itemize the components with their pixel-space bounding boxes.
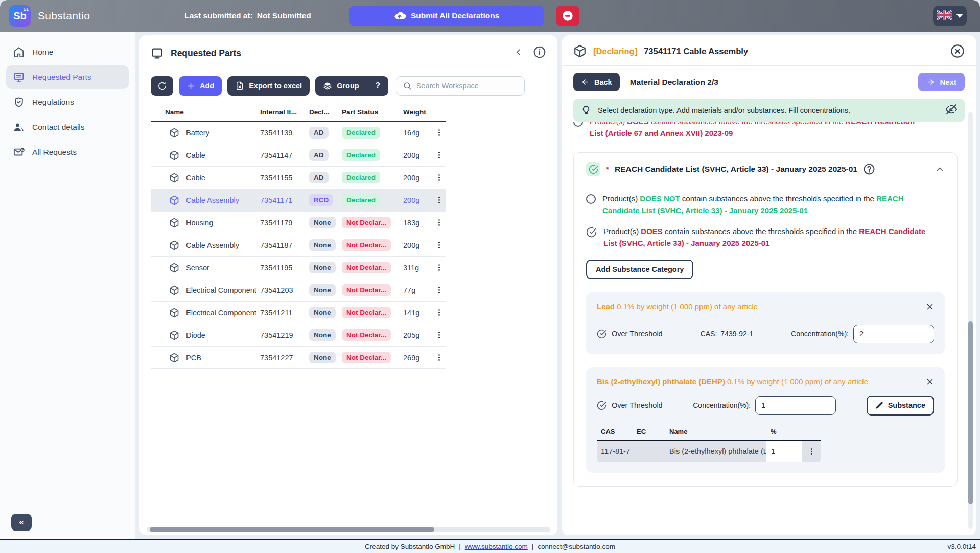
search-workspace <box>396 76 525 96</box>
row-menu-kebab-icon[interactable] <box>432 263 446 272</box>
sidebar-item-regulations[interactable]: Regulations <box>6 90 129 114</box>
pencil-icon <box>875 401 883 409</box>
row-menu-kebab-icon[interactable] <box>432 241 446 249</box>
sidebar-item-label: Requested Parts <box>32 73 91 82</box>
candidate-option-does-not[interactable]: Product(s) DOES NOT contain substances a… <box>586 193 939 216</box>
internal-item: 73541203 <box>260 279 309 302</box>
row-menu-kebab-icon[interactable] <box>432 218 446 227</box>
remove-substance-x-icon[interactable] <box>926 376 934 386</box>
option-text: contain substances above the thresholds … <box>680 194 876 203</box>
stop-button[interactable] <box>556 6 579 26</box>
decl-badge: AD <box>309 172 329 183</box>
sidebar-item-home[interactable]: Home <box>6 40 129 64</box>
sidebar-item-contact-details[interactable]: Contact details <box>6 116 129 139</box>
sidebar-item-label: Contact details <box>32 123 85 132</box>
app-name: Substantio <box>38 10 90 22</box>
option-text: Product(s) <box>603 227 641 236</box>
next-button[interactable]: Next <box>918 73 965 91</box>
option-text: Product(s) <box>602 194 640 203</box>
table-row[interactable]: Cable 73541155 AD Declared 200g <box>151 167 446 189</box>
vertical-scrollbar-thumb[interactable] <box>968 321 973 504</box>
status-badge: Not Declar... <box>342 329 391 341</box>
group-button[interactable]: Group <box>315 76 367 96</box>
table-row[interactable]: Housing 73541179 None Not Declar... 183g <box>151 212 446 234</box>
substance-row: 117-81-7 Bis (2-ethylhexyl) phthalate (D… <box>597 441 821 462</box>
sidebar-item-label: All Requests <box>32 148 77 157</box>
export-to-excel-button[interactable]: Export to excel <box>227 76 310 96</box>
sidebar-item-requested-parts[interactable]: Requested Parts <box>6 65 129 89</box>
decl-badge: None <box>309 262 336 273</box>
collapse-panel-chevron-left-icon[interactable] <box>514 47 524 59</box>
part-name: Electrical Component <box>186 286 256 294</box>
percent-input[interactable] <box>766 441 802 462</box>
table-row[interactable]: Diode 73541219 None Not Declar... 205g <box>151 324 446 347</box>
concentration-input[interactable] <box>853 325 934 343</box>
search-input[interactable] <box>416 82 518 90</box>
collapse-section-chevron-up-icon[interactable] <box>935 164 945 174</box>
sidebar-item-all-requests[interactable]: All Requests <box>6 141 129 164</box>
row-menu-kebab-icon[interactable] <box>432 128 446 137</box>
internal-item: 73541147 <box>260 144 309 167</box>
horizontal-scrollbar[interactable] <box>147 527 550 532</box>
cas-value: 7439-92-1 <box>720 330 753 338</box>
info-icon[interactable] <box>533 45 546 61</box>
row-menu-kebab-icon[interactable] <box>432 173 446 182</box>
box-icon <box>169 330 179 340</box>
refresh-button[interactable] <box>151 76 173 96</box>
table-row[interactable]: Cable Assembly 73541187 None Not Declar.… <box>151 234 446 257</box>
over-threshold[interactable]: Over Threshold <box>597 401 663 410</box>
radio-unchecked-icon[interactable] <box>586 194 596 204</box>
table-row[interactable]: Sensor 73541195 None Not Declar... 311g <box>151 257 446 279</box>
eye-off-icon[interactable] <box>946 104 957 117</box>
option-text: contain substances above the thresholds … <box>649 122 845 126</box>
sidebar-collapse-button[interactable]: « <box>11 514 32 531</box>
close-panel-x-circle-icon[interactable] <box>950 44 965 58</box>
back-button[interactable]: Back <box>573 73 620 91</box>
table-row[interactable]: Cable 73541147 AD Declared 200g <box>151 144 446 167</box>
footer-website-link[interactable]: www.substantio.com <box>465 543 528 550</box>
over-threshold[interactable]: Over Threshold <box>597 329 663 339</box>
row-menu-kebab-icon[interactable] <box>432 196 446 204</box>
substance-row-menu-kebab-icon[interactable] <box>806 447 816 456</box>
candidate-option-does[interactable]: Product(s) DOES contain substances above… <box>586 226 939 249</box>
internal-item: 73541187 <box>260 234 309 257</box>
part-name: Cable <box>186 151 205 159</box>
footer: Created by Substantio GmbH | www.substan… <box>0 539 980 553</box>
row-menu-kebab-icon[interactable] <box>432 286 446 294</box>
row-menu-kebab-icon[interactable] <box>432 151 446 159</box>
question-circle-icon[interactable] <box>863 163 875 175</box>
table-row[interactable]: Electrical Component 73541203 None Not D… <box>151 279 446 302</box>
status-badge: Not Declar... <box>342 307 391 318</box>
footer-separator: | <box>459 543 461 550</box>
excel-file-icon <box>235 81 244 90</box>
decl-badge: None <box>309 217 336 228</box>
concentration-input[interactable] <box>755 396 836 415</box>
table-row[interactable]: PCB 73541227 None Not Declar... 269g <box>151 347 446 369</box>
remove-substance-x-icon[interactable] <box>926 301 934 311</box>
option-text: DOES <box>641 227 663 236</box>
radio-checked-icon[interactable] <box>586 227 597 241</box>
restriction-option[interactable]: Product(s) DOES contain substances above… <box>573 122 926 139</box>
submit-all-declarations-button[interactable]: Submit All Declarations <box>349 6 544 26</box>
table-row[interactable]: Battery 73541139 AD Declared 164g <box>151 122 446 144</box>
help-button[interactable]: ? <box>367 76 388 96</box>
internal-item: 73541171 <box>260 189 309 212</box>
table-row-selected[interactable]: Cable Assembly 73541171 RCD Declared 200… <box>151 189 446 212</box>
box-icon <box>169 218 179 228</box>
language-selector[interactable] <box>933 6 967 26</box>
radio-unchecked-icon[interactable] <box>573 122 583 127</box>
substance-button[interactable]: Substance <box>867 396 934 416</box>
row-menu-kebab-icon[interactable] <box>432 331 446 339</box>
add-button[interactable]: Add <box>179 76 222 96</box>
cas-label: CAS: <box>701 330 717 338</box>
row-menu-kebab-icon[interactable] <box>432 308 446 317</box>
declaration-scroll-area: Product(s) DOES contain substances above… <box>562 122 976 535</box>
table-row[interactable]: Electrical Component 73541211 None Not D… <box>151 302 446 324</box>
horizontal-scrollbar-thumb[interactable] <box>150 527 434 532</box>
weight: 141g <box>403 302 432 324</box>
monitor-icon <box>13 72 25 83</box>
row-menu-kebab-icon[interactable] <box>432 353 446 362</box>
add-substance-category-button[interactable]: Add Substance Category <box>586 260 693 279</box>
home-icon <box>13 47 25 58</box>
group-button-group: Group ? <box>315 76 388 96</box>
